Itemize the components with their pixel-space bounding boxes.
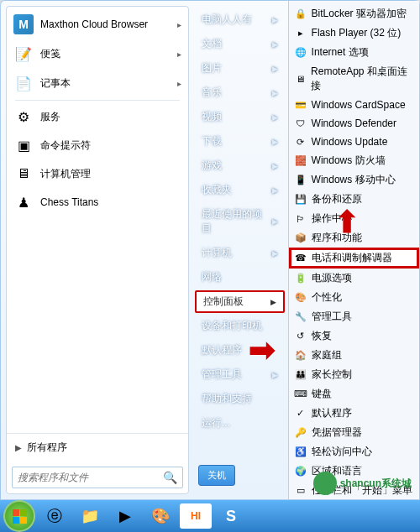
start-link-7[interactable]: 收藏夹▶ bbox=[192, 178, 288, 202]
cp-icon: ▸ bbox=[294, 27, 307, 40]
app-icon: 📝 bbox=[13, 44, 34, 64]
cp-label: 家庭组 bbox=[312, 348, 342, 362]
link-label: 文档 bbox=[202, 37, 222, 51]
watermark-gear-icon bbox=[313, 472, 337, 495]
cp-icon: 🔒 bbox=[294, 8, 307, 21]
submenu-arrow-icon: ▶ bbox=[272, 113, 278, 122]
control-panel-item-16[interactable]: ↺恢复 bbox=[289, 326, 419, 346]
submenu-arrow-icon: ▶ bbox=[272, 16, 278, 24]
pinned-app-list: MMaxthon Cloud Browser▸📝便笺▸📄记事本▸⚙服务▣命令提示… bbox=[7, 7, 188, 433]
start-link-15[interactable]: 帮助和支持 bbox=[192, 387, 288, 411]
control-panel-item-19[interactable]: ⌨键盘 bbox=[289, 384, 419, 404]
annotation-arrow-right: ➡ bbox=[249, 331, 276, 368]
app-label: 服务 bbox=[40, 110, 60, 124]
start-link-6[interactable]: 游戏▶ bbox=[192, 154, 288, 178]
taskbar-mediaplayer-icon[interactable]: ▶ bbox=[109, 503, 141, 529]
control-panel-item-4[interactable]: 💳Windows CardSpace bbox=[289, 96, 419, 114]
control-panel-item-14[interactable]: 🎨个性化 bbox=[289, 288, 419, 307]
taskbar-explorer-icon[interactable]: 📁 bbox=[74, 503, 106, 529]
start-link-1[interactable]: 文档▶ bbox=[192, 32, 288, 56]
link-label: 最近使用的项目 bbox=[202, 207, 272, 236]
app-item-2[interactable]: 📄记事本▸ bbox=[8, 69, 186, 98]
shutdown-area: 关机 bbox=[192, 458, 288, 493]
control-panel-item-20[interactable]: ✓默认程序 bbox=[289, 404, 419, 423]
start-link-11[interactable]: 控制面板▶ bbox=[195, 290, 285, 313]
app-label: 便笺 bbox=[40, 47, 60, 61]
search-input[interactable] bbox=[18, 472, 163, 483]
cp-icon: 🔧 bbox=[294, 310, 307, 324]
app-item-0[interactable]: MMaxthon Cloud Browser▸ bbox=[8, 10, 186, 39]
start-button[interactable] bbox=[3, 503, 35, 529]
cp-label: Internet 选项 bbox=[312, 45, 369, 60]
control-panel-item-5[interactable]: 🛡Windows Defender bbox=[289, 114, 419, 133]
cp-icon: 🖥 bbox=[294, 72, 307, 86]
taskbar-ie-icon[interactable]: ⓔ bbox=[39, 503, 71, 529]
cp-label: 默认程序 bbox=[312, 406, 352, 420]
link-label: 帮助和支持 bbox=[202, 392, 252, 406]
submenu-arrow-icon: ▶ bbox=[272, 371, 278, 379]
control-panel-item-18[interactable]: 👪家长控制 bbox=[289, 365, 419, 384]
cp-icon: 📦 bbox=[294, 232, 307, 245]
app-label: 计算机管理 bbox=[40, 167, 91, 181]
taskbar-app-icon[interactable]: HI bbox=[180, 503, 212, 529]
app-icon: ⚙ bbox=[13, 107, 34, 127]
app-item-6[interactable]: ♟Chess Titans bbox=[8, 188, 186, 216]
control-panel-item-22[interactable]: ♿轻松访问中心 bbox=[289, 442, 419, 462]
control-panel-item-12[interactable]: ☎电话和调制解调器 bbox=[289, 248, 419, 269]
control-panel-item-0[interactable]: 🔒BitLocker 驱动器加密 bbox=[289, 4, 419, 23]
cp-label: 恢复 bbox=[312, 329, 332, 343]
all-programs-button[interactable]: ▶ 所有程序 bbox=[7, 433, 188, 462]
cp-icon: 🧱 bbox=[294, 154, 307, 168]
submenu-arrow-icon: ▶ bbox=[272, 89, 278, 97]
cp-icon: 🛡 bbox=[294, 117, 307, 130]
app-item-5[interactable]: 🖥计算机管理 bbox=[8, 159, 186, 188]
app-item-3[interactable]: ⚙服务 bbox=[8, 102, 186, 131]
start-link-5[interactable]: 下载▶ bbox=[192, 129, 288, 154]
submenu-arrow-icon: ▶ bbox=[272, 249, 278, 258]
start-link-0[interactable]: 电脑人人有▶ bbox=[192, 8, 288, 32]
cp-icon: 💾 bbox=[294, 193, 307, 206]
watermark: shancun系统城 bbox=[313, 472, 412, 495]
link-label: 计算机 bbox=[202, 246, 232, 260]
cp-label: 凭据管理器 bbox=[312, 425, 362, 440]
submenu-arrow-icon: ▶ bbox=[272, 138, 278, 146]
control-panel-item-2[interactable]: 🌐Internet 选项 bbox=[289, 43, 419, 62]
taskbar-paint-icon[interactable]: 🎨 bbox=[144, 503, 176, 529]
app-label: 记事本 bbox=[40, 76, 71, 91]
link-label: 音乐 bbox=[202, 86, 222, 100]
control-panel-item-21[interactable]: 🔑凭据管理器 bbox=[289, 423, 419, 442]
control-panel-item-8[interactable]: 📱Windows 移动中心 bbox=[289, 170, 419, 190]
taskbar-sogou-icon[interactable]: S bbox=[215, 503, 247, 529]
cp-label: 轻松访问中心 bbox=[312, 445, 372, 459]
control-panel-item-1[interactable]: ▸Flash Player (32 位) bbox=[289, 23, 419, 43]
search-box[interactable]: 🔍 bbox=[12, 467, 183, 488]
cp-icon: ☎ bbox=[294, 252, 307, 265]
start-link-16[interactable]: 运行... bbox=[192, 411, 288, 436]
app-item-1[interactable]: 📝便笺▸ bbox=[8, 39, 186, 69]
link-label: 运行... bbox=[202, 416, 230, 430]
cp-label: 管理工具 bbox=[312, 310, 352, 324]
cp-label: Flash Player (32 位) bbox=[312, 26, 402, 40]
start-link-4[interactable]: 视频▶ bbox=[192, 105, 288, 129]
control-panel-item-6[interactable]: ⟳Windows Update bbox=[289, 133, 419, 151]
link-label: 图片 bbox=[202, 61, 222, 76]
control-panel-item-15[interactable]: 🔧管理工具 bbox=[289, 307, 419, 326]
link-label: 电脑人人有 bbox=[202, 13, 252, 27]
start-link-3[interactable]: 音乐▶ bbox=[192, 81, 288, 105]
shutdown-button[interactable]: 关机 bbox=[198, 465, 235, 486]
start-link-9[interactable]: 计算机▶ bbox=[192, 241, 288, 265]
start-link-10[interactable]: 网络 bbox=[192, 265, 288, 289]
control-panel-item-3[interactable]: 🖥RemoteApp 和桌面连接 bbox=[289, 62, 419, 96]
cp-icon: 🌍 bbox=[294, 465, 307, 478]
start-link-2[interactable]: 图片▶ bbox=[192, 56, 288, 81]
control-panel-item-17[interactable]: 🏠家庭组 bbox=[289, 346, 419, 365]
app-icon: 🖥 bbox=[13, 164, 34, 184]
app-label: Maxthon Cloud Browser bbox=[40, 18, 148, 30]
app-item-4[interactable]: ▣命令提示符 bbox=[8, 131, 186, 159]
start-link-8[interactable]: 最近使用的项目▶ bbox=[192, 202, 288, 241]
triangle-icon: ▶ bbox=[15, 443, 22, 452]
link-label: 控制面板 bbox=[203, 295, 244, 309]
control-panel-item-13[interactable]: 🔋电源选项 bbox=[289, 269, 419, 288]
control-panel-item-7[interactable]: 🧱Windows 防火墙 bbox=[289, 151, 419, 170]
cp-icon: ⌨ bbox=[294, 388, 307, 401]
